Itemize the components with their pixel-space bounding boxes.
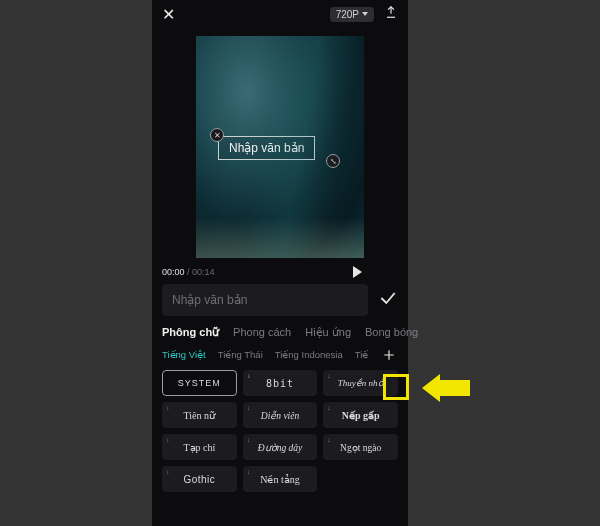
font-label: Tạp chí: [183, 442, 215, 453]
font-option[interactable]: ↓Diễn viên: [243, 402, 318, 428]
download-icon: ↓: [166, 436, 170, 444]
tab-0[interactable]: Phông chữ: [162, 326, 219, 339]
text-overlay[interactable]: Nhập văn bản: [218, 136, 315, 160]
font-grid: SYSTEM↓8bit↓Thuyền nhỏ↓Tiên nữ↓Diễn viên…: [152, 368, 408, 502]
download-icon: ↓: [247, 372, 252, 380]
download-icon: ↓: [166, 404, 170, 412]
font-option[interactable]: ↓8bit: [243, 370, 318, 396]
font-label: Tiên nữ: [184, 410, 215, 421]
time-duration: 00:14: [192, 267, 215, 277]
font-option[interactable]: ↓Ngọt ngào: [323, 434, 398, 460]
font-label: Nền tảng: [260, 474, 300, 485]
tab-3[interactable]: Bong bóng: [365, 326, 418, 339]
lang-tab-0[interactable]: Tiếng Việt: [162, 349, 206, 360]
font-label: Nếp gấp: [342, 410, 380, 421]
chevron-down-icon: [362, 12, 368, 16]
font-label: SYSTEM: [178, 378, 221, 388]
font-option[interactable]: ↓Gothic: [162, 466, 237, 492]
lang-tab-3[interactable]: Tiế: [355, 349, 369, 360]
resolution-selector[interactable]: 720P: [330, 7, 374, 22]
download-icon: ↓: [327, 436, 331, 444]
download-icon: ↓: [247, 404, 251, 412]
font-label: 8bit: [266, 378, 294, 389]
download-icon: ↓: [247, 468, 251, 476]
lang-tab-1[interactable]: Tiếng Thái: [218, 349, 263, 360]
time-current: 00:00: [162, 267, 185, 277]
download-icon: ↓: [327, 404, 331, 412]
app-screen: ✕ 720P Nhập văn bản ✕ ⤡ 00:00 / 00:14: [152, 0, 408, 526]
tab-1[interactable]: Phong cách: [233, 326, 291, 339]
font-option[interactable]: ↓Nếp gấp: [323, 402, 398, 428]
font-option[interactable]: ↓Tạp chí: [162, 434, 237, 460]
font-label: Đường dây: [258, 442, 302, 453]
overlay-delete-handle[interactable]: ✕: [210, 128, 224, 142]
style-tabs: Phông chữPhong cáchHiệu ứngBong bóng: [152, 316, 408, 345]
language-tabs: Tiếng ViệtTiếng TháiTiếng IndonesiaTiế: [152, 345, 408, 368]
play-icon[interactable]: [353, 266, 362, 278]
timecode: 00:00 / 00:14: [162, 267, 215, 277]
confirm-icon[interactable]: [378, 288, 398, 312]
add-font-button[interactable]: [378, 344, 400, 366]
font-option[interactable]: ↓Đường dây: [243, 434, 318, 460]
download-icon: ↓: [247, 436, 251, 444]
playback-controls: 00:00 / 00:14: [152, 258, 408, 284]
resolution-label: 720P: [336, 9, 359, 20]
download-icon: ↓: [327, 372, 331, 380]
font-label: Gothic: [183, 474, 215, 485]
font-option[interactable]: ↓Tiên nữ: [162, 402, 237, 428]
font-option[interactable]: ↓Thuyền nhỏ: [323, 370, 398, 396]
font-option[interactable]: SYSTEM: [162, 370, 237, 396]
export-icon[interactable]: [384, 5, 398, 23]
lang-tab-2[interactable]: Tiếng Indonesia: [275, 349, 343, 360]
topbar: ✕ 720P: [152, 0, 408, 28]
font-label: Ngọt ngào: [340, 442, 381, 453]
text-input[interactable]: [162, 284, 368, 316]
font-label: Thuyền nhỏ: [338, 378, 384, 388]
download-icon: ↓: [166, 468, 170, 475]
tab-2[interactable]: Hiệu ứng: [305, 326, 351, 339]
close-icon[interactable]: ✕: [162, 5, 175, 24]
overlay-resize-handle[interactable]: ⤡: [326, 154, 340, 168]
font-label: Diễn viên: [261, 410, 299, 421]
text-input-row: [152, 284, 408, 316]
video-preview[interactable]: Nhập văn bản ✕ ⤡: [196, 36, 364, 258]
font-option[interactable]: ↓Nền tảng: [243, 466, 318, 492]
